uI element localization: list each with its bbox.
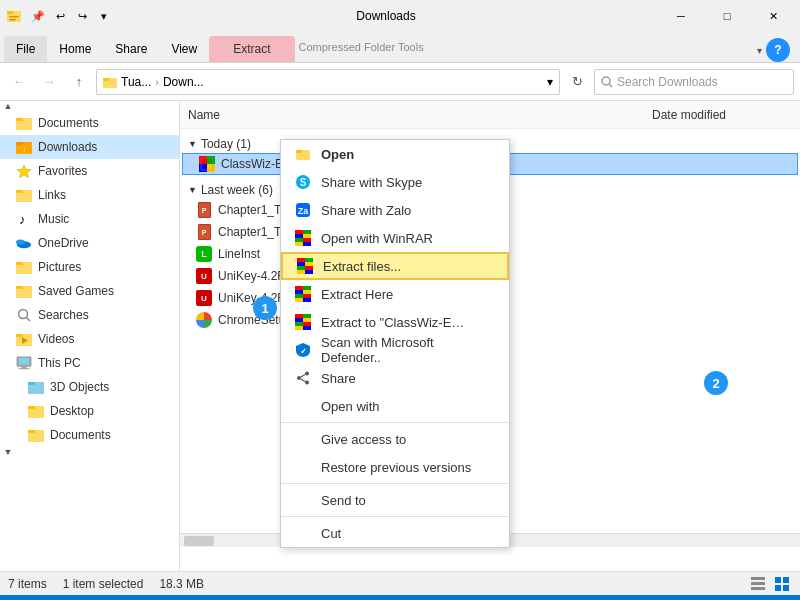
forward-button[interactable]: → bbox=[36, 69, 62, 95]
sidebar-item-pictures[interactable]: Pictures bbox=[0, 255, 179, 279]
ctx-share-zalo[interactable]: Za Share with Zalo bbox=[281, 196, 509, 224]
sidebar-scroll-down[interactable]: ▼ bbox=[0, 447, 16, 457]
ctx-share-skype[interactable]: S Share with Skype bbox=[281, 168, 509, 196]
ctx-extract-here[interactable]: Extract Here bbox=[281, 280, 509, 308]
ribbon-collapse-icon[interactable]: ▾ bbox=[757, 45, 762, 56]
column-date[interactable]: Date modified bbox=[652, 108, 792, 122]
ctx-cut[interactable]: Cut bbox=[281, 519, 509, 547]
svg-rect-57 bbox=[297, 258, 305, 262]
maximize-button[interactable]: □ bbox=[704, 0, 750, 32]
svg-rect-63 bbox=[297, 270, 305, 274]
sidebar-item-music[interactable]: ♪ Music bbox=[0, 207, 179, 231]
open-with-icon bbox=[293, 396, 313, 416]
svg-rect-92 bbox=[775, 585, 781, 591]
svg-point-82 bbox=[305, 372, 309, 376]
svg-rect-87 bbox=[751, 577, 765, 580]
tab-extract[interactable]: Extract bbox=[209, 36, 294, 62]
window-controls[interactable]: ─ □ ✕ bbox=[658, 0, 796, 32]
address-dropdown-icon[interactable]: ▾ bbox=[547, 75, 553, 89]
svg-rect-75 bbox=[295, 318, 303, 322]
give-access-icon bbox=[293, 429, 313, 449]
h-scroll-thumb[interactable] bbox=[184, 536, 214, 546]
svg-rect-39 bbox=[207, 156, 215, 164]
view-list-button[interactable] bbox=[748, 576, 768, 592]
ctx-share[interactable]: Share bbox=[281, 364, 509, 392]
svg-rect-31 bbox=[19, 368, 30, 369]
ctx-send-to[interactable]: Send to bbox=[281, 486, 509, 514]
svg-rect-91 bbox=[783, 577, 789, 583]
cut-icon bbox=[293, 523, 313, 543]
ctx-extract-files[interactable]: Extract files... bbox=[281, 252, 509, 280]
qat-dropdown-button[interactable]: ▾ bbox=[94, 6, 114, 26]
quick-access-toolbar[interactable]: 📌 ↩ ↪ ▾ bbox=[28, 6, 114, 26]
svg-rect-56 bbox=[303, 242, 311, 246]
svg-text:Za: Za bbox=[298, 206, 309, 216]
classwiz-file-icon bbox=[199, 156, 215, 172]
refresh-button[interactable]: ↻ bbox=[564, 69, 590, 95]
zalo-icon: Za bbox=[293, 200, 313, 220]
search-box[interactable]: Search Downloads bbox=[594, 69, 794, 95]
svg-rect-77 bbox=[295, 322, 303, 326]
sidebar-item-downloads[interactable]: ↓ Downloads bbox=[0, 135, 179, 159]
tab-share[interactable]: Share bbox=[103, 36, 159, 62]
svg-rect-53 bbox=[295, 238, 303, 242]
svg-rect-3 bbox=[9, 19, 16, 21]
sidebar-item-onedrive[interactable]: OneDrive bbox=[0, 231, 179, 255]
ctx-open-winrar[interactable]: Open with WinRAR bbox=[281, 224, 509, 252]
ctx-give-access[interactable]: Give access to bbox=[281, 425, 509, 453]
svg-rect-41 bbox=[207, 164, 215, 172]
share-icon bbox=[293, 368, 313, 388]
sidebar-item-documents2[interactable]: Documents bbox=[0, 423, 179, 447]
svg-rect-15 bbox=[16, 190, 23, 193]
compressed-tools-label: Compressed Folder Tools bbox=[299, 41, 424, 53]
minimize-button[interactable]: ─ bbox=[658, 0, 704, 32]
3d-objects-icon bbox=[28, 379, 44, 395]
ctx-open-with[interactable]: Open with bbox=[281, 392, 509, 420]
svg-rect-38 bbox=[199, 156, 207, 164]
sidebar-item-saved-games[interactable]: Saved Games bbox=[0, 279, 179, 303]
sidebar-item-videos[interactable]: Videos bbox=[0, 327, 179, 351]
ctx-restore-versions[interactable]: Restore previous versions bbox=[281, 453, 509, 481]
ctx-scan-defender[interactable]: ✓ Scan with Microsoft Defender.. bbox=[281, 336, 509, 364]
help-button[interactable]: ? bbox=[766, 38, 790, 62]
qat-pin-button[interactable]: 📌 bbox=[28, 6, 48, 26]
open-icon bbox=[293, 144, 313, 164]
sidebar-item-links[interactable]: Links bbox=[0, 183, 179, 207]
view-details-button[interactable] bbox=[772, 576, 792, 592]
sidebar-item-3d-objects[interactable]: 3D Objects bbox=[0, 375, 179, 399]
tab-view[interactable]: View bbox=[159, 36, 209, 62]
ctx-extract-to[interactable]: Extract to "ClassWiz-Emulator- bbox=[281, 308, 509, 336]
svg-rect-55 bbox=[295, 242, 303, 246]
pptx-icon-1: P bbox=[196, 202, 212, 218]
sidebar-item-searches[interactable]: Searches bbox=[0, 303, 179, 327]
svg-text:S: S bbox=[300, 177, 307, 188]
sidebar-item-documents[interactable]: Documents bbox=[0, 111, 179, 135]
status-selected: 1 item selected bbox=[63, 577, 144, 591]
svg-rect-5 bbox=[103, 78, 109, 81]
ctx-open[interactable]: Open bbox=[281, 140, 509, 168]
restore-icon bbox=[293, 457, 313, 477]
svg-rect-59 bbox=[297, 262, 305, 266]
svg-rect-52 bbox=[303, 234, 311, 238]
line-icon: L bbox=[196, 246, 212, 262]
winrar-icon-4 bbox=[293, 312, 313, 332]
sidebar-item-this-pc[interactable]: This PC bbox=[0, 351, 179, 375]
address-box[interactable]: Tua... › Down... ▾ bbox=[96, 69, 560, 95]
sidebar-scroll-up[interactable]: ▲ bbox=[0, 101, 16, 111]
qat-undo-button[interactable]: ↩ bbox=[50, 6, 70, 26]
close-button[interactable]: ✕ bbox=[750, 0, 796, 32]
svg-rect-37 bbox=[28, 430, 35, 433]
tab-home[interactable]: Home bbox=[47, 36, 103, 62]
badge-number-1: 1 bbox=[253, 296, 277, 320]
back-button[interactable]: ← bbox=[6, 69, 32, 95]
app-icon bbox=[4, 6, 24, 26]
sidebar-item-desktop[interactable]: Desktop bbox=[0, 399, 179, 423]
svg-rect-76 bbox=[303, 318, 311, 322]
up-button[interactable]: ↑ bbox=[66, 69, 92, 95]
column-name[interactable]: Name bbox=[188, 108, 652, 122]
sidebar-item-favorites[interactable]: Favorites bbox=[0, 159, 179, 183]
qat-redo-button[interactable]: ↪ bbox=[72, 6, 92, 26]
tab-file[interactable]: File bbox=[4, 36, 47, 62]
svg-rect-79 bbox=[295, 326, 303, 330]
svg-line-86 bbox=[301, 379, 305, 382]
